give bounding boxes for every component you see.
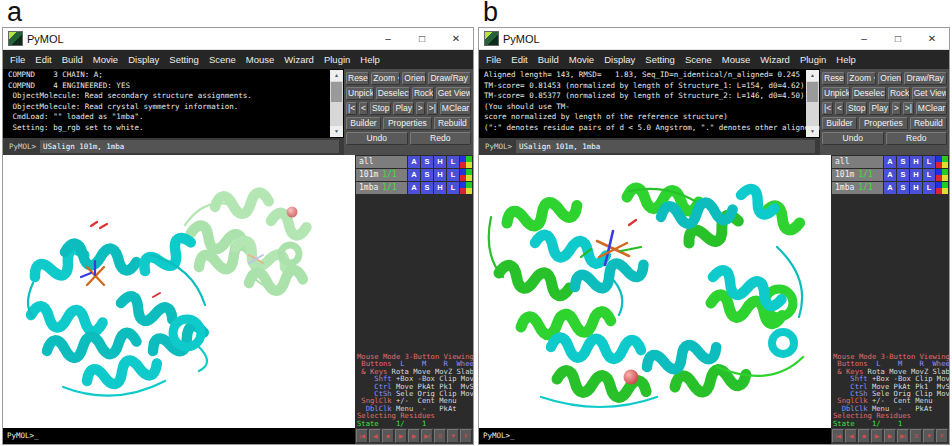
redo-button[interactable]: Redo (410, 132, 472, 145)
menu-item-display[interactable]: Display (599, 50, 640, 69)
color-menu-button[interactable] (936, 182, 948, 194)
movie-s-button[interactable]: S (434, 429, 446, 443)
close-button[interactable]: ✕ (439, 28, 473, 49)
menu-item-help[interactable]: Help (355, 50, 385, 69)
menu-item-movie[interactable]: Movie (564, 50, 599, 69)
menu-item-mouse[interactable]: Mouse (241, 50, 280, 69)
object-name[interactable]: all (356, 156, 407, 168)
orient-button[interactable]: Orient (878, 72, 902, 85)
builder-button[interactable]: Builder (346, 117, 381, 130)
builder-button[interactable]: Builder (822, 117, 857, 130)
menu-item-edit[interactable]: Edit (506, 50, 532, 69)
menu-item-build[interactable]: Build (57, 50, 88, 69)
movie-rewind-button[interactable]: |◀ (356, 429, 368, 443)
scroll-down-icon[interactable]: ▼ (330, 126, 343, 137)
minimize-button[interactable]: – (371, 28, 405, 49)
frame-prev-button[interactable]: < (835, 102, 844, 115)
scroll-thumb[interactable] (331, 82, 342, 102)
action-button-a[interactable]: A (408, 182, 420, 194)
action-button-s[interactable]: S (897, 169, 909, 181)
action-button-l[interactable]: L (447, 169, 459, 181)
movie-play-button[interactable]: ▶ (871, 429, 883, 443)
scroll-thumb[interactable] (807, 82, 818, 102)
movie-forward-button[interactable]: ▶ (884, 429, 896, 443)
redo-button[interactable]: Redo (886, 132, 948, 145)
action-button-h[interactable]: H (434, 169, 446, 181)
zoom-dropdown-button[interactable]: Zoom▼ (847, 72, 876, 85)
frame-prev-button[interactable]: < (359, 102, 368, 115)
draw-ray-dropdown-button[interactable]: Draw/Ray▼ (428, 72, 471, 85)
mclear-button[interactable]: MClear (916, 102, 947, 115)
menu-item-plugin[interactable]: Plugin (319, 50, 355, 69)
menu-item-edit[interactable]: Edit (30, 50, 56, 69)
movie-end-button[interactable]: ▶| (421, 429, 433, 443)
action-button-s[interactable]: S (421, 156, 433, 168)
frame-last-button[interactable]: >| (903, 102, 914, 115)
scroll-down-icon[interactable]: ▼ (806, 126, 819, 137)
deselect-button[interactable]: Deselect (852, 87, 886, 100)
reset-button[interactable]: Reset (346, 72, 369, 85)
action-button-l[interactable]: L (447, 156, 459, 168)
menu-item-build[interactable]: Build (533, 50, 564, 69)
color-menu-button[interactable] (936, 169, 948, 181)
scroll-up-icon[interactable]: ▲ (806, 70, 819, 81)
action-button-l[interactable]: L (923, 169, 935, 181)
action-button-a[interactable]: A (408, 169, 420, 181)
viewport-3d[interactable] (3, 155, 355, 428)
frame-first-button[interactable]: |< (346, 102, 357, 115)
zoom-dropdown-button[interactable]: Zoom▼ (371, 72, 400, 85)
action-button-a[interactable]: A (884, 169, 896, 181)
maximize-button[interactable]: □ (405, 28, 439, 49)
movie-s-button[interactable]: S (910, 429, 922, 443)
command-input[interactable] (40, 140, 339, 153)
action-button-s[interactable]: S (897, 182, 909, 194)
movie-rewind-button[interactable]: |◀ (832, 429, 844, 443)
action-button-s[interactable]: S (421, 169, 433, 181)
movie-f-button[interactable]: F (460, 429, 472, 443)
menu-item-file[interactable]: File (481, 50, 506, 69)
frame-next-button[interactable]: > (416, 102, 425, 115)
action-button-h[interactable]: H (910, 156, 922, 168)
menu-item-plugin[interactable]: Plugin (795, 50, 831, 69)
window-titlebar[interactable]: PyMOL–□✕ (479, 28, 949, 50)
movie-stop-button[interactable]: ■ (382, 429, 394, 443)
rebuild-button[interactable]: Rebuild (434, 117, 471, 130)
rock-button[interactable]: Rock (412, 87, 434, 100)
close-button[interactable]: ✕ (915, 28, 949, 49)
menu-item-scene[interactable]: Scene (204, 50, 241, 69)
frame-first-button[interactable]: |< (822, 102, 833, 115)
menu-item-scene[interactable]: Scene (680, 50, 717, 69)
minimize-button[interactable]: – (847, 28, 881, 49)
reset-button[interactable]: Reset (822, 72, 845, 85)
command-input[interactable] (516, 140, 815, 153)
action-button-l[interactable]: L (447, 182, 459, 194)
color-menu-button[interactable] (460, 156, 472, 168)
movie-menu-button[interactable]: ▼ (923, 429, 935, 443)
window-titlebar[interactable]: PyMOL–□✕ (3, 28, 473, 50)
action-button-a[interactable]: A (884, 182, 896, 194)
menu-item-wizard[interactable]: Wizard (755, 50, 795, 69)
properties-button[interactable]: Properties (383, 117, 432, 130)
movie-back-button[interactable]: ◀ (845, 429, 857, 443)
color-menu-button[interactable] (460, 169, 472, 181)
frame-last-button[interactable]: >| (427, 102, 438, 115)
movie-back-button[interactable]: ◀ (369, 429, 381, 443)
action-button-h[interactable]: H (910, 182, 922, 194)
draw-ray-dropdown-button[interactable]: Draw/Ray▼ (904, 72, 947, 85)
undo-button[interactable]: Undo (822, 132, 884, 145)
mclear-button[interactable]: MClear (440, 102, 471, 115)
frame-next-button[interactable]: > (892, 102, 901, 115)
action-button-s[interactable]: S (897, 156, 909, 168)
object-name[interactable]: 1mba1/1 (356, 182, 407, 194)
get-view-button[interactable]: Get View (912, 87, 947, 100)
maximize-button[interactable]: □ (881, 28, 915, 49)
stop-button[interactable]: Stop (846, 102, 867, 115)
action-button-a[interactable]: A (884, 156, 896, 168)
menu-item-wizard[interactable]: Wizard (279, 50, 319, 69)
rock-button[interactable]: Rock (888, 87, 910, 100)
movie-play-button[interactable]: ▶ (395, 429, 407, 443)
movie-menu-button[interactable]: ▼ (447, 429, 459, 443)
rebuild-button[interactable]: Rebuild (910, 117, 947, 130)
scroll-up-icon[interactable]: ▲ (330, 70, 343, 81)
menu-item-mouse[interactable]: Mouse (717, 50, 756, 69)
